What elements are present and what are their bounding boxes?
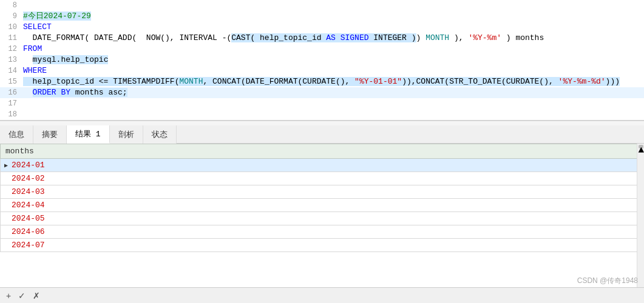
results-tabs-bar: 信息 摘要 结果 1 剖析 状态 <box>0 125 644 144</box>
bottom-toolbar: + ✓ ✗ <box>0 287 644 303</box>
line-content-10: SELECT <box>23 22 644 33</box>
delete-button[interactable]: ✗ <box>30 290 42 302</box>
tab-results[interactable]: 结果 1 <box>67 125 110 144</box>
cell-month: 2024-01 <box>1 159 644 172</box>
cell-month: 2024-04 <box>1 199 644 212</box>
scroll-bar[interactable]: ▲ <box>637 144 644 287</box>
line-num-18: 18 <box>0 109 23 120</box>
data-table: months 2024-012024-022024-032024-042024-… <box>0 144 644 252</box>
cell-month: 2024-07 <box>1 239 644 252</box>
code-editor: 8 9 #今日2024-07-29 10 SELECT 11 DATE_FORM… <box>0 0 644 121</box>
table-row: 2024-02 <box>1 172 644 185</box>
code-line-12: 12 FROM <box>0 44 644 55</box>
line-content-14: WHERE <box>23 65 644 76</box>
tab-summary[interactable]: 摘要 <box>33 125 67 144</box>
tab-profile[interactable]: 剖析 <box>110 125 143 144</box>
line-num-8: 8 <box>0 0 23 11</box>
table-row: 2024-03 <box>1 185 644 199</box>
line-content-12: FROM <box>23 44 644 55</box>
line-num-9: 9 <box>0 11 23 22</box>
code-line-8: 8 <box>0 0 644 11</box>
table-row: 2024-05 <box>1 212 644 225</box>
table-row: 2024-06 <box>1 225 644 239</box>
line-num-15: 15 <box>0 76 23 87</box>
table-row: 2024-01 <box>1 159 644 172</box>
tab-info[interactable]: 信息 <box>0 125 33 144</box>
confirm-button[interactable]: ✓ <box>16 290 28 302</box>
results-table[interactable]: months 2024-012024-022024-032024-042024-… <box>0 144 644 252</box>
line-num-11: 11 <box>0 33 23 44</box>
line-content-9: #今日2024-07-29 <box>23 11 644 22</box>
cell-month: 2024-06 <box>1 225 644 239</box>
scroll-arrow-up[interactable]: ▲ <box>639 145 643 148</box>
line-num-14: 14 <box>0 65 23 76</box>
cell-month: 2024-05 <box>1 212 644 225</box>
code-line-17: 17 <box>0 98 644 109</box>
table-row: 2024-07 <box>1 239 644 252</box>
line-content-11: DATE_FORMAT( DATE_ADD( NOW(), INTERVAL -… <box>23 33 644 44</box>
line-content-15: help_topic_id <= TIMESTAMPDIFF(MONTH, CO… <box>23 76 644 87</box>
watermark: CSDN @传奇1948 <box>577 276 638 286</box>
line-content-16: ORDER BY months asc; <box>23 87 644 98</box>
code-line-13: 13 mysql.help_topic <box>0 55 644 65</box>
line-num-17: 17 <box>0 98 23 109</box>
cell-month: 2024-03 <box>1 185 644 199</box>
tab-status[interactable]: 状态 <box>143 125 177 144</box>
column-header-months: months <box>1 144 644 159</box>
results-area: months 2024-012024-022024-032024-042024-… <box>0 144 644 252</box>
code-line-15: 15 help_topic_id <= TIMESTAMPDIFF(MONTH,… <box>0 76 644 87</box>
cell-month: 2024-02 <box>1 172 644 185</box>
line-num-16: 16 <box>0 87 23 98</box>
line-num-10: 10 <box>0 22 23 33</box>
code-line-10: 10 SELECT <box>0 22 644 33</box>
code-line-11: 11 DATE_FORMAT( DATE_ADD( NOW(), INTERVA… <box>0 33 644 44</box>
sql-editor-content[interactable]: 8 9 #今日2024-07-29 10 SELECT 11 DATE_FORM… <box>0 0 644 121</box>
add-row-button[interactable]: + <box>4 290 13 302</box>
results-wrapper: months 2024-012024-022024-032024-042024-… <box>0 144 644 287</box>
code-line-16: 16 ORDER BY months asc; <box>0 87 644 98</box>
line-num-12: 12 <box>0 44 23 55</box>
code-line-14: 14 WHERE <box>0 65 644 76</box>
line-content-13: mysql.help_topic <box>23 55 644 65</box>
code-line-18: 18 <box>0 109 644 120</box>
table-row: 2024-04 <box>1 199 644 212</box>
code-line-9: 9 #今日2024-07-29 <box>0 11 644 22</box>
line-num-13: 13 <box>0 55 23 65</box>
